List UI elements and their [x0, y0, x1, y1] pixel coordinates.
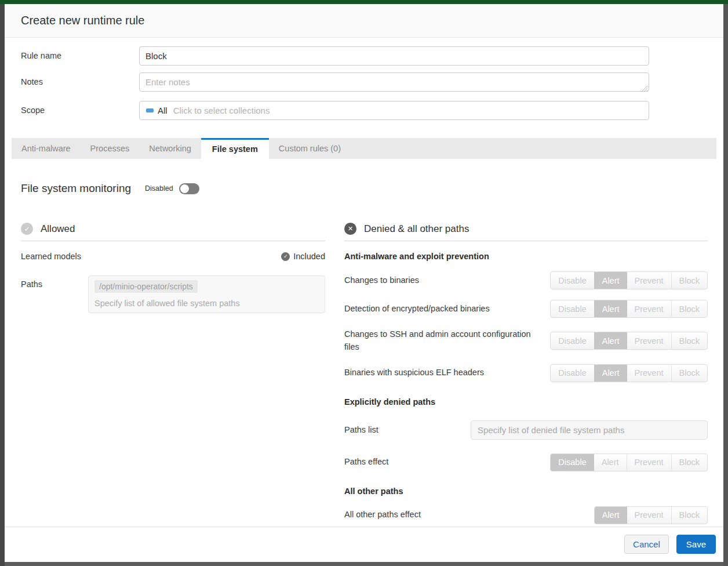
background-bottom-strip [5, 562, 723, 566]
effect-option-block[interactable]: Block [671, 272, 707, 289]
dialog-header: Create new runtime rule [5, 4, 723, 38]
effect-label: Changes to binaries [344, 274, 419, 287]
allowed-paths-input[interactable]: /opt/minio-operator/scripts Specify list… [88, 275, 325, 313]
learned-models-row: Learned models ✓ Included [21, 252, 325, 261]
all-other-paths-heading: All other paths [344, 487, 708, 496]
file-system-monitoring-title: File system monitoring [21, 182, 131, 195]
background-left-strip [0, 4, 5, 566]
rule-name-row: Rule name [21, 46, 707, 66]
effect-option-disable[interactable]: Disable [551, 332, 594, 349]
effect-label: Binaries with suspicious ELF headers [344, 367, 484, 379]
notes-input[interactable] [139, 72, 649, 92]
effect-row-ssh-config: Changes to SSH and admin account configu… [344, 328, 708, 354]
effect-label: Changes to SSH and admin account configu… [344, 328, 544, 354]
notes-label: Notes [21, 72, 139, 94]
effect-group-ssh-config: Disable Alert Prevent Block [550, 332, 708, 350]
rule-name-input[interactable] [139, 46, 649, 66]
scope-label: Scope [21, 101, 139, 120]
effect-option-block[interactable]: Block [671, 365, 707, 382]
all-other-paths-effect-label: All other paths effect [344, 509, 421, 521]
effect-row-elf-headers: Binaries with suspicious ELF headers Dis… [344, 364, 708, 382]
explicitly-denied-heading: Explicitly denied paths [344, 397, 708, 407]
background-top-bar [0, 0, 728, 4]
paths-effect-label: Paths effect [344, 456, 388, 469]
denied-paths-list-row: Paths list [344, 420, 708, 440]
tab-custom-rules[interactable]: Custom rules (0) [269, 138, 351, 159]
all-other-paths-effect-group: Alert Prevent Block [594, 506, 708, 524]
effect-option-alert[interactable]: Alert [595, 507, 627, 524]
rule-name-label: Rule name [21, 46, 139, 66]
tab-networking[interactable]: Networking [139, 138, 201, 159]
effect-option-block[interactable]: Block [671, 300, 707, 317]
effect-option-prevent[interactable]: Prevent [627, 272, 671, 289]
included-check-icon: ✓ [281, 252, 290, 261]
denied-header: ✕ Denied & all other paths [344, 223, 708, 241]
paths-effect-group: Disable Alert Prevent Block [550, 453, 708, 471]
paths-list-label: Paths list [344, 425, 378, 434]
rule-form: Rule name Notes Scope All Click to selec… [5, 38, 723, 130]
effect-option-alert[interactable]: Alert [594, 272, 627, 289]
effect-option-block[interactable]: Block [671, 332, 707, 349]
fs-columns: ✓ Allowed Learned models ✓ Included Path… [21, 223, 708, 524]
allowed-paths-label: Paths [21, 275, 88, 313]
dialog-footer: Cancel Save [5, 527, 723, 562]
effect-option-block[interactable]: Block [671, 454, 707, 471]
denied-paths-input[interactable] [471, 420, 708, 440]
allowed-header: ✓ Allowed [21, 223, 325, 241]
allowed-check-icon: ✓ [21, 223, 33, 235]
denied-x-icon: ✕ [344, 223, 356, 235]
effect-option-prevent[interactable]: Prevent [627, 332, 671, 349]
antimalware-heading: Anti-malware and exploit prevention [344, 252, 708, 261]
toggle-knob [180, 184, 189, 193]
monitoring-toggle[interactable] [179, 183, 199, 194]
denied-column: ✕ Denied & all other paths Anti-malware … [344, 223, 708, 524]
effect-row-changes-to-binaries: Changes to binaries Disable Alert Preven… [344, 271, 708, 289]
effect-option-prevent[interactable]: Prevent [627, 365, 671, 382]
paths-effect-row: Paths effect Disable Alert Prevent Block [344, 453, 708, 471]
effect-row-encrypted-binaries: Detection of encrypted/packed binaries D… [344, 300, 708, 318]
effect-option-alert[interactable]: Alert [594, 365, 627, 382]
effect-group-encrypted-binaries: Disable Alert Prevent Block [550, 300, 708, 318]
effect-option-prevent[interactable]: Prevent [627, 300, 671, 317]
scope-collections-input[interactable]: All Click to select collections [139, 101, 649, 120]
denied-title: Denied & all other paths [364, 223, 469, 235]
create-runtime-rule-dialog: Create new runtime rule Rule name Notes … [5, 4, 723, 562]
cancel-button[interactable]: Cancel [624, 535, 669, 554]
effect-option-block[interactable]: Block [671, 507, 707, 524]
tab-anti-malware[interactable]: Anti-malware [12, 138, 81, 159]
included-text: Included [293, 252, 325, 261]
tab-processes[interactable]: Processes [81, 138, 140, 159]
background-right-strip [723, 4, 728, 566]
file-system-monitoring-row: File system monitoring Disabled [21, 182, 707, 195]
dialog-title: Create new runtime rule [21, 14, 144, 27]
save-button[interactable]: Save [676, 535, 716, 554]
effect-option-disable[interactable]: Disable [551, 300, 594, 317]
effect-group-changes-to-binaries: Disable Alert Prevent Block [550, 271, 708, 289]
learned-models-status: ✓ Included [281, 252, 325, 261]
allowed-paths-placeholder: Specify list of allowed file system path… [94, 299, 319, 308]
tab-file-system[interactable]: File system [201, 138, 269, 159]
allowed-paths-row: Paths /opt/minio-operator/scripts Specif… [21, 275, 325, 313]
effect-option-disable[interactable]: Disable [551, 454, 594, 471]
effect-option-alert[interactable]: Alert [594, 300, 627, 317]
scope-chip-label: All [158, 106, 168, 115]
allowed-column: ✓ Allowed Learned models ✓ Included Path… [21, 223, 325, 524]
effect-option-prevent[interactable]: Prevent [627, 454, 671, 471]
effect-option-alert[interactable]: Alert [594, 332, 627, 349]
effect-option-disable[interactable]: Disable [551, 272, 594, 289]
scope-row: Scope All Click to select collections [21, 101, 707, 120]
effect-option-alert[interactable]: Alert [594, 454, 627, 471]
allowed-title: Allowed [41, 223, 75, 235]
all-other-paths-effect-row: All other paths effect Alert Prevent Blo… [344, 506, 708, 524]
rule-tabbar: Anti-malware Processes Networking File s… [12, 138, 716, 159]
allowed-path-chip[interactable]: /opt/minio-operator/scripts [94, 280, 198, 293]
scope-placeholder: Click to select collections [173, 106, 270, 115]
notes-row: Notes [21, 72, 707, 94]
effect-group-elf-headers: Disable Alert Prevent Block [550, 364, 708, 382]
effect-label: Detection of encrypted/packed binaries [344, 303, 490, 315]
monitoring-state-label: Disabled [145, 184, 173, 193]
learned-models-label: Learned models [21, 252, 81, 261]
collection-chip-icon [146, 108, 154, 113]
effect-option-prevent[interactable]: Prevent [627, 507, 671, 524]
effect-option-disable[interactable]: Disable [551, 365, 594, 382]
